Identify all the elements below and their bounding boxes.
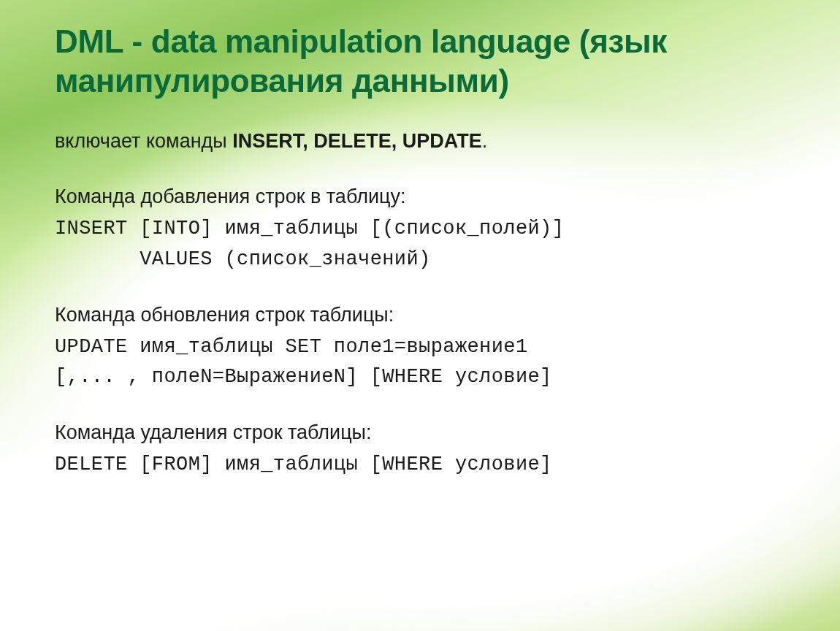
- delete-code: DELETE [FROM] имя_таблицы [WHERE условие…: [55, 450, 793, 481]
- slide-body: включает команды INSERT, DELETE, UPDATE.…: [55, 126, 793, 481]
- update-label: Команда обновления строк таблицы:: [55, 300, 793, 331]
- update-code: UPDATE имя_таблицы SET поле1=выражение1 …: [55, 332, 793, 394]
- intro-prefix: включает команды: [55, 130, 232, 152]
- slide: DML - data manipulation language (язык м…: [0, 0, 840, 631]
- slide-title: DML - data manipulation language (язык м…: [55, 22, 793, 100]
- intro-suffix: .: [482, 130, 488, 152]
- insert-code: INSERT [INTO] имя_таблицы [(список_полей…: [55, 214, 793, 275]
- delete-label: Команда удаления строк таблицы:: [55, 418, 793, 448]
- insert-label: Команда добавления строк в таблицу:: [55, 182, 793, 213]
- intro-commands: INSERT, DELETE, UPDATE: [232, 130, 482, 152]
- intro-paragraph: включает команды INSERT, DELETE, UPDATE.: [55, 126, 793, 157]
